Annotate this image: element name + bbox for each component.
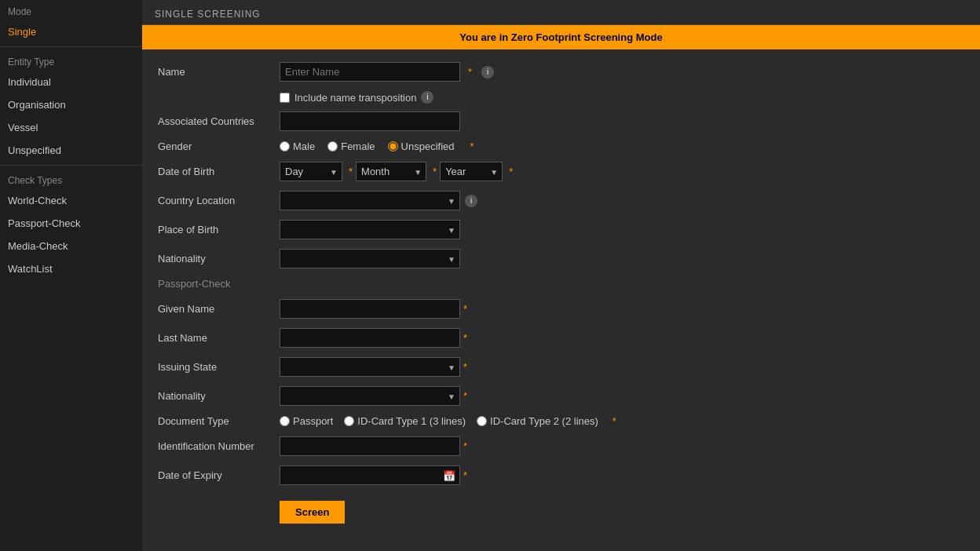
- doctype-required: *: [612, 415, 616, 427]
- form-area: Name * i Include name transposition i As…: [142, 49, 980, 546]
- transposition-row: Include name transposition i: [280, 91, 964, 104]
- sidebar: Mode Single Entity Type Individual Organ…: [0, 0, 142, 551]
- name-label: Name: [158, 66, 280, 78]
- dob-day-wrapper: Day: [280, 162, 342, 181]
- dob-month-select[interactable]: Month: [356, 162, 426, 181]
- nationality-label: Nationality: [158, 253, 280, 265]
- gender-female-label[interactable]: Female: [327, 140, 375, 152]
- sidebar-divider-1: [0, 46, 142, 47]
- doctype-passport-text: Passport: [293, 415, 333, 427]
- sidebar-check-types-label: Check Types: [0, 169, 142, 189]
- name-required: *: [468, 66, 472, 78]
- dob-group: Day * Month * Year *: [280, 162, 513, 181]
- sidebar-item-media-check[interactable]: Media-Check: [0, 235, 142, 257]
- sidebar-item-individual[interactable]: Individual: [0, 71, 142, 93]
- last-name-label: Last Name: [158, 332, 280, 344]
- id-number-label: Identification Number: [158, 440, 280, 452]
- gender-male-radio[interactable]: [280, 141, 290, 151]
- given-name-row: Given Name *: [158, 299, 964, 319]
- dob-day-required: *: [349, 166, 353, 177]
- name-row: Name * i: [158, 62, 964, 82]
- date-expiry-row: Date of Expiry 📅 *: [158, 465, 964, 485]
- dob-year-wrapper: Year: [440, 162, 503, 181]
- doctype-group: Passport ID-Card Type 1 (3 lines) ID-Car…: [280, 415, 616, 427]
- associated-countries-row: Associated Countries: [158, 111, 964, 131]
- document-type-label: Document Type: [158, 415, 280, 427]
- associated-countries-input[interactable]: [280, 111, 460, 131]
- gender-female-text: Female: [341, 140, 375, 152]
- gender-unspecified-text: Unspecified: [401, 140, 455, 152]
- country-location-info-icon[interactable]: i: [465, 195, 477, 207]
- country-location-select[interactable]: [280, 191, 460, 210]
- place-of-birth-wrapper: [280, 220, 460, 239]
- nationality-row: Nationality: [158, 249, 964, 268]
- gender-female-radio[interactable]: [327, 141, 338, 151]
- issuing-state-row: Issuing State *: [158, 357, 964, 377]
- doctype-idcard1-label[interactable]: ID-Card Type 1 (3 lines): [344, 415, 466, 427]
- sidebar-entity-type-label: Entity Type: [0, 50, 142, 71]
- doctype-passport-radio[interactable]: [280, 416, 290, 426]
- date-expiry-required: *: [463, 469, 467, 481]
- gender-unspecified-radio[interactable]: [388, 141, 398, 151]
- screen-button[interactable]: Screen: [280, 501, 345, 524]
- id-number-input[interactable]: [280, 436, 460, 456]
- doctype-idcard2-radio[interactable]: [477, 416, 487, 426]
- gender-male-label[interactable]: Male: [280, 140, 315, 152]
- gender-group: Male Female Unspecified *: [280, 140, 474, 152]
- last-name-row: Last Name *: [158, 328, 964, 348]
- page-title: SINGLE SCREENING: [155, 9, 261, 20]
- country-location-label: Country Location: [158, 195, 280, 206]
- sidebar-item-world-check[interactable]: World-Check: [0, 189, 142, 212]
- last-name-input[interactable]: [280, 328, 460, 348]
- gender-unspecified-label[interactable]: Unspecified: [388, 140, 455, 152]
- date-expiry-input[interactable]: [280, 465, 460, 485]
- name-transposition-label: Include name transposition: [294, 92, 416, 104]
- passport-section-label: Passport-Check: [158, 278, 964, 290]
- place-of-birth-label: Place of Birth: [158, 224, 280, 235]
- gender-label: Gender: [158, 140, 280, 152]
- sidebar-item-single[interactable]: Single: [0, 20, 142, 43]
- name-input[interactable]: [280, 62, 460, 82]
- date-expiry-label: Date of Expiry: [158, 469, 280, 481]
- given-name-input[interactable]: [280, 299, 460, 319]
- gender-male-text: Male: [293, 140, 315, 152]
- issuing-state-label: Issuing State: [158, 361, 280, 373]
- zero-footprint-banner: You are in Zero Footprint Screening Mode: [142, 25, 980, 49]
- gender-required: *: [470, 140, 474, 152]
- doctype-idcard2-label[interactable]: ID-Card Type 2 (2 lines): [477, 415, 598, 427]
- name-transposition-checkbox[interactable]: [280, 93, 290, 103]
- doctype-passport-label[interactable]: Passport: [280, 415, 333, 427]
- place-of-birth-row: Place of Birth: [158, 220, 964, 239]
- dob-row: Date of Birth Day * Month * Year: [158, 162, 964, 181]
- last-name-required: *: [463, 332, 467, 344]
- given-name-required: *: [463, 303, 467, 315]
- sidebar-item-organisation[interactable]: Organisation: [0, 93, 142, 116]
- issuing-state-wrapper: [280, 357, 460, 377]
- passport-nationality-select[interactable]: [280, 386, 460, 406]
- screen-button-row: Screen: [158, 494, 964, 524]
- issuing-state-select[interactable]: [280, 357, 460, 377]
- passport-nationality-wrapper: [280, 386, 460, 406]
- sidebar-item-watchlist[interactable]: WatchList: [0, 257, 142, 280]
- passport-nationality-row: Nationality *: [158, 386, 964, 406]
- passport-nationality-required: *: [463, 390, 467, 402]
- sidebar-item-passport-check[interactable]: Passport-Check: [0, 212, 142, 235]
- name-info-icon[interactable]: i: [481, 66, 494, 78]
- dob-month-required: *: [433, 166, 437, 177]
- main-header: SINGLE SCREENING: [142, 0, 980, 25]
- id-number-row: Identification Number *: [158, 436, 964, 456]
- main-content: SINGLE SCREENING You are in Zero Footpri…: [142, 0, 980, 551]
- dob-day-select[interactable]: Day: [280, 162, 342, 181]
- doctype-idcard1-radio[interactable]: [344, 416, 354, 426]
- transposition-info-icon[interactable]: i: [421, 91, 433, 104]
- sidebar-item-vessel[interactable]: Vessel: [0, 116, 142, 139]
- sidebar-divider-2: [0, 165, 142, 166]
- sidebar-item-unspecified[interactable]: Unspecified: [0, 139, 142, 162]
- nationality-wrapper: [280, 249, 460, 268]
- date-expiry-wrapper: 📅: [280, 465, 460, 485]
- nationality-select[interactable]: [280, 249, 460, 268]
- country-location-wrapper: [280, 191, 460, 210]
- dob-year-select[interactable]: Year: [440, 162, 503, 181]
- given-name-label: Given Name: [158, 303, 280, 315]
- place-of-birth-select[interactable]: [280, 220, 460, 239]
